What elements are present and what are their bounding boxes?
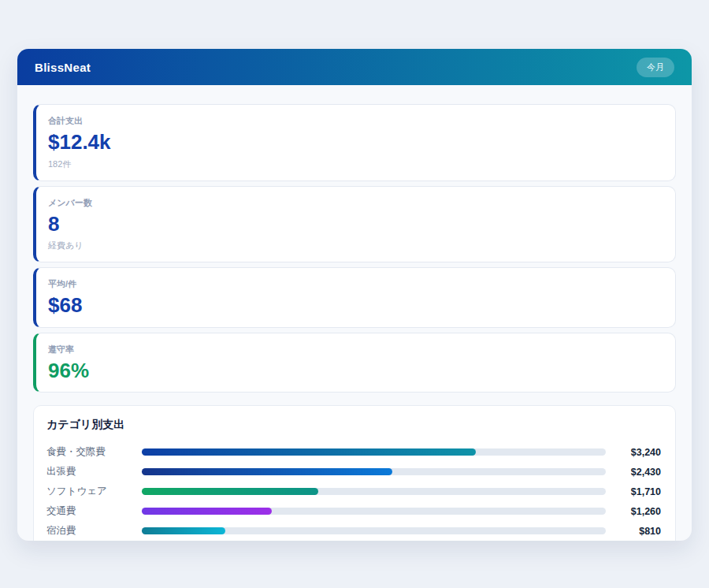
category-label: 宿泊費 (46, 524, 142, 538)
stat-value: 8 (48, 213, 663, 236)
dashboard-panel: BlissNeat 今月 合計支出 $12.4k 182件 メンバー数 8 経費… (17, 49, 692, 541)
bar-track (142, 448, 606, 456)
category-row-software: ソフトウェア $1,710 (46, 482, 661, 501)
category-value: $1,260 (606, 506, 661, 517)
stat-card-average-per-item: 平均/件 $68 (33, 267, 676, 328)
category-label: 交通費 (46, 504, 142, 518)
category-breakdown-card: カテゴリ別支出 食費・交際費 $3,240 出張費 $2,430 ソフトウェア … (33, 405, 676, 541)
dashboard-body: 合計支出 $12.4k 182件 メンバー数 8 経費あり 平均/件 $68 遵… (17, 85, 692, 541)
stat-sub: 経費あり (48, 240, 663, 251)
bar-fill (142, 527, 225, 534)
period-badge[interactable]: 今月 (637, 58, 674, 77)
category-breakdown-title: カテゴリ別支出 (46, 418, 661, 432)
stat-sub: 182件 (48, 158, 663, 170)
bar-fill (142, 448, 476, 456)
bar-fill (142, 468, 392, 475)
app-title: BlissNeat (35, 61, 91, 74)
category-value: $810 (606, 526, 661, 537)
bar-track (142, 527, 606, 534)
category-row-food-entertainment: 食費・交際費 $3,240 (46, 442, 661, 462)
category-row-transportation: 交通費 $1,260 (46, 501, 661, 521)
stat-label: メンバー数 (48, 197, 663, 209)
stat-value: 96% (48, 359, 663, 382)
category-label: ソフトウェア (46, 485, 142, 498)
category-value: $3,240 (606, 447, 661, 458)
stat-label: 遵守率 (48, 344, 663, 355)
bar-fill (142, 508, 272, 515)
stat-label: 平均/件 (48, 278, 663, 290)
category-row-business-trip: 出張費 $2,430 (46, 462, 661, 482)
stat-label: 合計支出 (48, 115, 663, 127)
stat-value: $68 (48, 294, 663, 317)
bar-fill (142, 488, 318, 495)
category-label: 出張費 (46, 465, 142, 478)
app-header: BlissNeat 今月 (17, 49, 692, 85)
bar-track (142, 508, 606, 515)
bar-track (142, 488, 606, 495)
category-value: $2,430 (606, 467, 661, 478)
bar-track (142, 468, 606, 475)
stat-card-total-spend: 合計支出 $12.4k 182件 (33, 104, 676, 181)
stat-card-compliance-rate: 遵守率 96% (33, 333, 676, 393)
stat-value: $12.4k (48, 131, 663, 154)
category-value: $1,710 (606, 486, 661, 497)
category-row-lodging: 宿泊費 $810 (46, 521, 661, 541)
category-label: 食費・交際費 (46, 445, 142, 459)
stat-card-member-count: メンバー数 8 経費あり (33, 186, 676, 263)
